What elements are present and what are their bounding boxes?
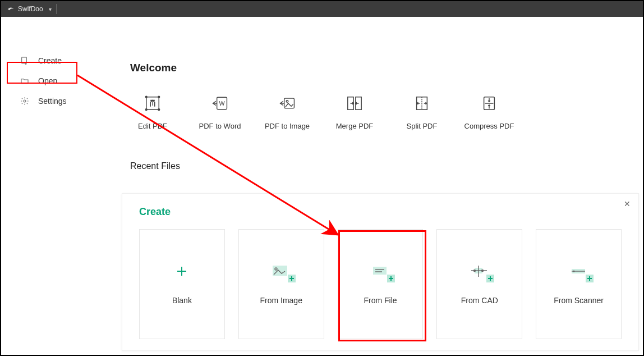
svg-point-36: [573, 271, 574, 272]
sidebar-item-open[interactable]: Open: [1, 71, 113, 91]
action-label: Compress PDF: [464, 122, 514, 130]
action-label: Split PDF: [407, 122, 438, 130]
blank-icon: [171, 263, 193, 279]
app-name: SwifDoo: [18, 5, 43, 13]
sidebar-item-create[interactable]: Create: [1, 51, 113, 71]
svg-rect-26: [373, 267, 387, 275]
titlebar-divider: [56, 4, 57, 14]
svg-point-3: [24, 100, 26, 102]
open-icon: [20, 76, 29, 85]
recent-files-heading: Recent Files: [130, 161, 643, 171]
action-edit-pdf[interactable]: T Edit PDF: [130, 94, 175, 130]
svg-point-6: [145, 96, 147, 98]
sidebar-item-label: Create: [38, 56, 62, 65]
svg-point-33: [481, 270, 483, 272]
svg-point-9: [158, 109, 160, 111]
sidebar-item-label: Settings: [38, 97, 67, 106]
create-icon: [20, 56, 29, 65]
settings-icon: [20, 97, 29, 106]
create-panel-title: Create: [139, 206, 622, 218]
action-label: Edit PDF: [138, 122, 167, 130]
svg-text:W: W: [219, 100, 226, 107]
svg-text:T: T: [150, 99, 155, 107]
svg-rect-0: [22, 57, 27, 63]
create-card-from-image[interactable]: From Image: [238, 229, 324, 339]
card-label: Blank: [172, 296, 192, 305]
card-label: From Image: [260, 296, 302, 305]
welcome-heading: Welcome: [130, 62, 643, 74]
pdf-to-image-icon: [278, 94, 297, 113]
card-label: From CAD: [461, 296, 498, 305]
action-pdf-to-word[interactable]: W PDF to Word: [197, 94, 242, 130]
sidebar-item-settings[interactable]: Settings: [1, 91, 113, 111]
action-split-pdf[interactable]: Split PDF: [399, 94, 444, 130]
action-label: PDF to Image: [265, 122, 310, 130]
create-card-blank[interactable]: Blank: [139, 229, 225, 339]
card-label: From Scanner: [554, 296, 604, 305]
from-cad-icon: [468, 263, 491, 279]
content-area: Create Open Settings Welcome T Edit PDF: [1, 17, 643, 355]
create-card-from-scanner[interactable]: From Scanner: [536, 229, 622, 339]
card-label: From File: [364, 296, 397, 305]
svg-point-8: [145, 109, 147, 111]
merge-pdf-icon: [345, 94, 364, 113]
from-image-icon: [270, 263, 292, 279]
create-card-from-cad[interactable]: From CAD: [436, 229, 522, 339]
close-icon[interactable]: ✕: [624, 199, 631, 208]
from-file-icon: [369, 263, 392, 279]
action-label: PDF to Word: [199, 122, 241, 130]
sidebar: Create Open Settings: [1, 17, 113, 111]
app-menu-chevron-icon[interactable]: ▾: [49, 6, 52, 12]
svg-point-7: [158, 96, 160, 98]
split-pdf-icon: [412, 94, 431, 113]
compress-pdf-icon: [480, 94, 499, 113]
svg-point-32: [473, 270, 475, 272]
action-merge-pdf[interactable]: Merge PDF: [332, 94, 377, 130]
edit-pdf-icon: T: [143, 94, 162, 113]
create-card-row: Blank From Image From File: [139, 229, 622, 339]
create-panel: ✕ Create Blank From Image: [122, 193, 639, 351]
svg-rect-24: [273, 266, 287, 276]
action-label: Merge PDF: [336, 122, 373, 130]
action-compress-pdf[interactable]: Compress PDF: [467, 94, 512, 130]
from-scanner-icon: [568, 263, 590, 279]
title-bar: SwifDoo ▾: [1, 1, 643, 17]
sidebar-item-label: Open: [38, 76, 57, 85]
create-card-from-file[interactable]: From File: [338, 229, 424, 339]
quick-actions-row: T Edit PDF W PDF to Word PDF to Image: [130, 94, 643, 130]
action-pdf-to-image[interactable]: PDF to Image: [265, 94, 310, 130]
app-logo-icon: [7, 5, 15, 13]
svg-point-14: [286, 101, 288, 103]
pdf-to-word-icon: W: [210, 94, 229, 113]
